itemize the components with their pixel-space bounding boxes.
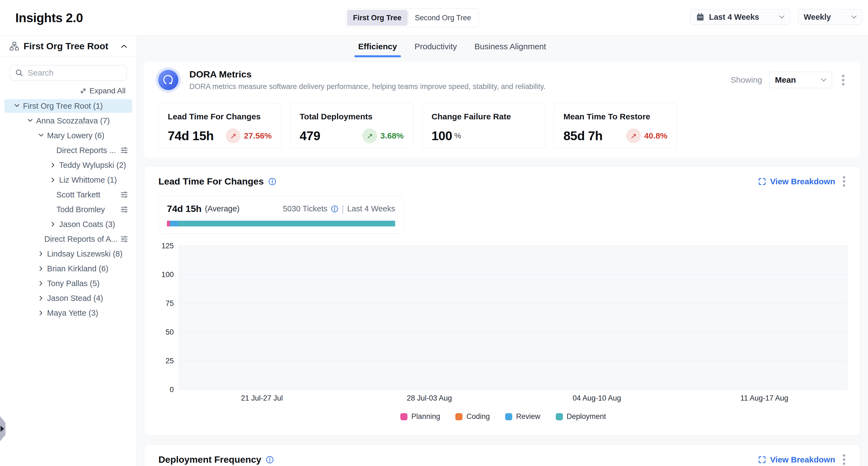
legend-swatch [455,413,462,420]
legend-item-planning[interactable]: Planning [400,412,440,421]
gridline-125 [178,245,848,246]
tree-item-direct-reports[interactable]: Direct Reports ... [4,143,132,157]
search-input[interactable] [28,68,122,78]
dora-kebab-menu[interactable] [839,72,847,88]
summary-period: Last 4 Weeks [347,204,395,213]
tree-item-label: Jason Stead (4) [47,294,103,303]
tree-item-liz-whittome-1[interactable]: Liz Whittome (1) [4,173,132,187]
tree-item-jason-coats-3[interactable]: Jason Coats (3) [4,217,132,231]
legend-item-coding[interactable]: Coding [455,412,490,421]
chevron-right-icon[interactable] [35,251,47,257]
dora-title: DORA Metrics [189,69,546,80]
top-bar: Insights 2.0 First Org Tree Second Org T… [0,0,868,36]
tree-item-label: Direct Reports of A... [44,235,118,244]
legend-item-review[interactable]: Review [505,412,540,421]
filter-sliders-icon[interactable] [120,235,128,243]
filter-sliders-icon[interactable] [120,206,128,213]
metric-value: 100 [432,128,452,143]
tree-item-label: Jason Coats (3) [59,220,115,229]
info-icon[interactable] [268,177,276,186]
tree-item-label: Brian Kirkland (6) [47,264,108,273]
lead-time-summary-card: 74d 15h (Average) 5030 Tickets | Last 4 … [158,196,404,234]
metric-title: Lead Time For Changes [168,112,272,121]
tickets-count: 5030 Tickets [283,204,328,213]
tree-item-label: Liz Whittome (1) [59,175,117,184]
aggregation-select[interactable]: Mean [769,72,832,88]
metric-title: Change Failure Rate [432,112,535,121]
chevron-right-icon[interactable] [47,177,59,183]
chevron-right-icon[interactable] [35,310,47,316]
lead-time-kebab-menu[interactable] [840,174,848,189]
info-icon[interactable] [331,205,339,213]
legend-label: Planning [411,412,440,421]
tree-item-direct-reports-of-a[interactable]: Direct Reports of A... [4,232,132,246]
granularity-value: Weekly [804,12,831,22]
toggle-second-org-tree[interactable]: Second Org Tree [409,10,477,26]
y-tick-125: 125 [161,242,174,250]
tree-item-todd-bromley[interactable]: Todd Bromley [4,203,132,216]
chevron-right-icon[interactable] [47,222,59,227]
x-axis-labels: 21 Jul-27 Jul28 Jul-03 Aug04 Aug-10 Aug1… [178,394,848,403]
lead-time-view-breakdown[interactable]: View Breakdown [758,177,835,186]
expand-corners-icon [758,456,766,464]
tab-business-alignment[interactable]: Business Alignment [473,36,548,57]
tree-item-scott-tarkett[interactable]: Scott Tarkett [4,188,132,202]
tree-item-first-org-tree-root-1[interactable]: First Org Tree Root (1) [4,99,132,113]
chart-plot-area [178,246,848,389]
date-range-select[interactable]: Last 4 Weeks [690,9,790,25]
chevron-right-icon[interactable] [47,163,59,168]
toggle-first-org-tree[interactable]: First Org Tree [347,10,407,26]
granularity-select[interactable]: Weekly [798,9,863,25]
tree-item-jason-stead-4[interactable]: Jason Stead (4) [4,291,132,305]
metric-card-mean-time-to-restore: Mean Time To Restore85d 7h↗40.8% [554,103,677,148]
x-tick-04-aug-10-aug: 04 Aug-10 Aug [513,394,681,403]
metric-card-total-deployments: Total Deployments479↗3.68% [290,103,413,148]
deployment-frequency-view-breakdown[interactable]: View Breakdown [758,455,835,464]
deployment-frequency-kebab-menu[interactable] [840,452,848,466]
tab-efficiency[interactable]: Efficiency [356,36,399,57]
tree-item-brian-kirkland-6[interactable]: Brian Kirkland (6) [4,262,132,275]
chevron-down-icon [851,15,857,19]
chevron-right-icon[interactable] [35,266,47,271]
metric-change-badge: ↗40.8% [626,128,668,143]
info-icon[interactable] [266,456,274,464]
phase-distribution-bar [167,221,395,227]
tree-item-label: Direct Reports ... [56,146,116,155]
deployment-frequency-card: Deployment Frequency View Breakdown [144,444,860,466]
legend-item-deployment[interactable]: Deployment [556,412,606,421]
chevron-down-icon[interactable] [24,118,36,123]
dora-description: DORA metrics measure software delivery p… [189,82,546,91]
expand-all-label: Expand All [90,87,126,95]
dora-cycle-icon [158,70,178,90]
tree-item-mary-lowery-6[interactable]: Mary Lowery (6) [4,129,132,142]
gridline-50 [178,332,848,332]
expand-corners-icon [758,177,766,186]
chevron-down-icon[interactable] [35,133,47,138]
tree-item-anna-scozzafava-7[interactable]: Anna Scozzafava (7) [4,114,132,127]
chevron-right-icon[interactable] [35,281,47,286]
lead-time-chart: 0255075100125 [158,246,848,389]
expand-all-button[interactable]: Expand All [0,87,126,95]
main-area: Efficiency Productivity Business Alignme… [137,36,868,466]
tab-productivity[interactable]: Productivity [413,36,459,57]
tree-item-lindsay-liszewski-8[interactable]: Lindsay Liszewski (8) [4,247,132,261]
metric-value: 74d 15h [168,128,214,143]
chevron-down-icon [779,15,784,19]
tree-item-label: Anna Scozzafava (7) [36,116,110,125]
filter-sliders-icon[interactable] [120,146,128,154]
date-range-value: Last 4 Weeks [709,12,759,22]
showing-label: Showing [731,75,762,85]
collapse-sidebar-icon[interactable] [121,44,127,49]
y-tick-0: 0 [170,385,174,394]
tree-item-teddy-wylupski-2[interactable]: Teddy Wylupski (2) [4,158,132,172]
tree-item-tony-pallas-5[interactable]: Tony Pallas (5) [4,276,132,290]
chevron-right-icon[interactable] [35,295,47,301]
metric-cards-row: Lead Time For Changes74d 15h↗27.56%Total… [158,103,847,148]
sidebar-search[interactable] [10,65,127,81]
legend-swatch [556,413,563,420]
tree-item-maya-yette-3[interactable]: Maya Yette (3) [4,306,132,320]
y-axis-labels: 0255075100125 [158,246,178,389]
chevron-down-icon[interactable] [11,103,23,109]
filter-sliders-icon[interactable] [120,191,128,199]
search-icon [15,69,23,77]
